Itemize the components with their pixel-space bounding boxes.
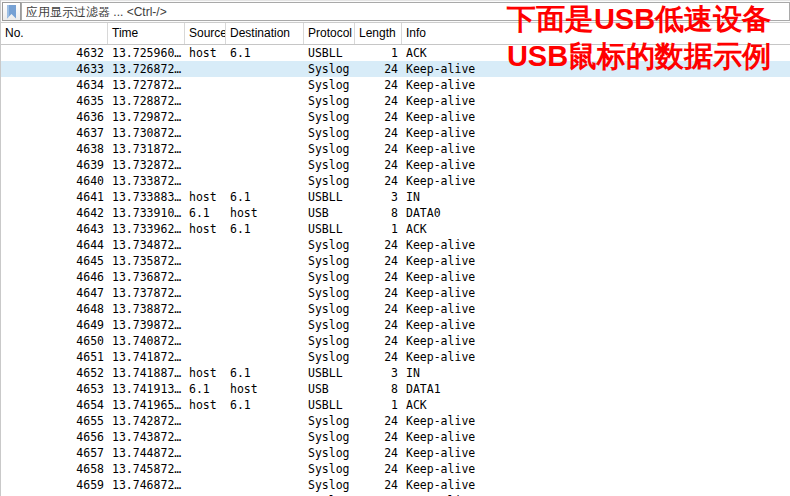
table-row[interactable]: 465613.743872…Syslog24Keep-alive <box>1 429 790 445</box>
column-header-destination[interactable]: Destination <box>226 23 304 44</box>
cell-no: 4645 <box>1 253 108 269</box>
table-row[interactable]: 463413.727872…Syslog24Keep-alive <box>1 77 790 93</box>
table-row[interactable]: 464913.739872…Syslog24Keep-alive <box>1 317 790 333</box>
table-row[interactable]: 465013.740872…Syslog24Keep-alive <box>1 333 790 349</box>
cell-info: Keep-alive <box>402 413 790 429</box>
cell-destination <box>226 301 304 317</box>
cell-length: 24 <box>355 477 402 493</box>
cell-no: 4637 <box>1 125 108 141</box>
cell-protocol: Syslog <box>304 429 355 445</box>
column-header-protocol[interactable]: Protocol <box>304 23 355 44</box>
cell-source <box>185 93 226 109</box>
table-row[interactable]: 465713.744872…Syslog24Keep-alive <box>1 445 790 461</box>
table-row[interactable]: 465313.741913…6.1hostUSB8DATA1 <box>1 381 790 397</box>
table-row[interactable]: 465513.742872…Syslog24Keep-alive <box>1 413 790 429</box>
column-header-time[interactable]: Time <box>108 23 185 44</box>
cell-length: 24 <box>355 301 402 317</box>
table-row[interactable]: 463813.731872…Syslog24Keep-alive <box>1 141 790 157</box>
cell-no: 4640 <box>1 173 108 189</box>
cell-destination <box>226 93 304 109</box>
table-row[interactable]: 464613.736872…Syslog24Keep-alive <box>1 269 790 285</box>
cell-no: 4647 <box>1 285 108 301</box>
cell-length: 3 <box>355 189 402 205</box>
cell-length: 24 <box>355 445 402 461</box>
table-row[interactable]: 464813.738872…Syslog24Keep-alive <box>1 301 790 317</box>
cell-source: host <box>185 221 226 237</box>
filter-bookmark-button[interactable] <box>2 2 21 21</box>
table-row[interactable]: 465113.741872…Syslog24Keep-alive <box>1 349 790 365</box>
table-row[interactable]: 464313.733962…host6.1USBLL1ACK <box>1 221 790 237</box>
cell-destination <box>226 477 304 493</box>
cell-no: 4654 <box>1 397 108 413</box>
cell-length: 24 <box>355 461 402 477</box>
cell-time: 13.733883… <box>108 189 185 205</box>
table-row[interactable]: 463213.725960…host6.1USBLL1ACK <box>1 45 790 61</box>
cell-no: 4632 <box>1 45 108 61</box>
cell-no: 4650 <box>1 333 108 349</box>
cell-source <box>185 317 226 333</box>
cell-protocol: Syslog <box>304 93 355 109</box>
cell-length: 3 <box>355 365 402 381</box>
cell-protocol: Syslog <box>304 173 355 189</box>
table-row[interactable]: 465213.741887…host6.1USBLL3IN <box>1 365 790 381</box>
cell-source <box>185 445 226 461</box>
cell-protocol: Syslog <box>304 461 355 477</box>
cell-source <box>185 141 226 157</box>
cell-no: 4639 <box>1 157 108 173</box>
table-row[interactable]: 463613.729872…Syslog24Keep-alive <box>1 109 790 125</box>
cell-source: host <box>185 397 226 413</box>
table-row[interactable]: 464513.735872…Syslog24Keep-alive <box>1 253 790 269</box>
cell-no: 4657 <box>1 445 108 461</box>
cell-time: 13.745872… <box>108 461 185 477</box>
cell-length: 24 <box>355 317 402 333</box>
cell-info: Keep-alive <box>402 109 790 125</box>
cell-info: Keep-alive <box>402 93 790 109</box>
table-row[interactable]: 464013.733872…Syslog24Keep-alive <box>1 173 790 189</box>
table-row[interactable]: 463313.726872…Syslog24Keep-alive <box>1 61 790 77</box>
table-row[interactable]: 463513.728872…Syslog24Keep-alive <box>1 93 790 109</box>
cell-length: 24 <box>355 77 402 93</box>
cell-time: 13.746872… <box>108 477 185 493</box>
cell-no: 4659 <box>1 477 108 493</box>
cell-no: 4656 <box>1 429 108 445</box>
cell-info: Keep-alive <box>402 461 790 477</box>
column-header-source[interactable]: Source <box>185 23 226 44</box>
cell-destination: host <box>226 205 304 221</box>
cell-length: 24 <box>355 173 402 189</box>
cell-time: 13.727872… <box>108 77 185 93</box>
column-header-info[interactable]: Info <box>402 23 790 44</box>
display-filter-input[interactable] <box>21 2 790 21</box>
cell-no: 4636 <box>1 109 108 125</box>
cell-no: 4641 <box>1 189 108 205</box>
cell-source <box>185 429 226 445</box>
cell-source <box>185 285 226 301</box>
table-row[interactable]: 463713.730872…Syslog24Keep-alive <box>1 125 790 141</box>
table-row[interactable]: 464413.734872…Syslog24Keep-alive <box>1 237 790 253</box>
column-header-length[interactable]: Length <box>355 23 402 44</box>
table-row[interactable]: 463913.732872…Syslog24Keep-alive <box>1 157 790 173</box>
column-header-no[interactable]: No. <box>1 23 108 44</box>
cell-length: 24 <box>355 253 402 269</box>
table-row[interactable]: 464213.733910…6.1hostUSB8DATA0 <box>1 205 790 221</box>
table-row[interactable]: 464713.737872…Syslog24Keep-alive <box>1 285 790 301</box>
cell-no: 4655 <box>1 413 108 429</box>
table-row[interactable]: 465913.746872…Syslog24Keep-alive <box>1 477 790 493</box>
cell-protocol: Syslog <box>304 349 355 365</box>
cell-destination <box>226 429 304 445</box>
cell-source: host <box>185 365 226 381</box>
cell-length: 24 <box>355 93 402 109</box>
cell-time: 13.733872… <box>108 173 185 189</box>
cell-info: ACK <box>402 45 790 61</box>
cell-source <box>185 157 226 173</box>
table-row[interactable]: 465813.745872…Syslog24Keep-alive <box>1 461 790 477</box>
cell-time: 13.741872… <box>108 349 185 365</box>
cell-protocol: Syslog <box>304 333 355 349</box>
cell-protocol: Syslog <box>304 477 355 493</box>
table-row[interactable]: 465413.741965…host6.1USBLL1ACK <box>1 397 790 413</box>
cell-length: 24 <box>355 429 402 445</box>
cell-length: 24 <box>355 237 402 253</box>
cell-time: 13.733962… <box>108 221 185 237</box>
table-row[interactable]: 464113.733883…host6.1USBLL3IN <box>1 189 790 205</box>
cell-source <box>185 477 226 493</box>
cell-no: 4652 <box>1 365 108 381</box>
